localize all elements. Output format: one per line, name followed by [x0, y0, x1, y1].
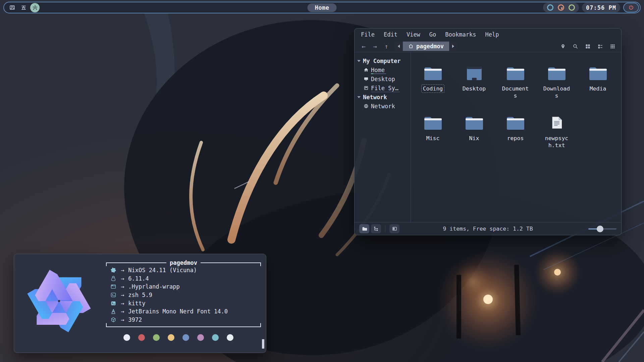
statusbar-separator: [385, 225, 385, 233]
sidebar-item-home[interactable]: Home: [355, 65, 411, 74]
breadcrumb-scroll-right[interactable]: [449, 42, 457, 51]
shell-icon: [110, 292, 116, 298]
search-icon: [573, 44, 578, 49]
compact-view-button[interactable]: [608, 42, 616, 50]
sidebar-item-file-system[interactable]: File Sy…: [355, 83, 411, 93]
fetch-row-terminal: → kitty: [109, 299, 260, 307]
collapse-arrow-icon: [357, 60, 361, 62]
file-label: Downloads: [541, 85, 573, 100]
home-icon: [364, 67, 369, 72]
file-label: Nix: [468, 134, 481, 142]
file-item-newpsych-txt[interactable]: newpsych.txt: [536, 108, 577, 158]
side-pane-toggle-button[interactable]: [389, 224, 399, 233]
statusbar: 9 items, Free space: 1.2 TB: [355, 222, 621, 235]
search-button[interactable]: [571, 42, 579, 50]
folder-icon: [547, 65, 567, 81]
workspace-4-button[interactable]: [7, 3, 17, 12]
breadcrumb-label: pagedmov: [416, 43, 444, 50]
file-label: Desktop: [461, 85, 487, 93]
compact-view-icon: [610, 44, 615, 49]
system-monitor-widget[interactable]: [543, 3, 579, 12]
tree-pane-button[interactable]: [371, 224, 381, 233]
window-manager-icon: [110, 284, 116, 290]
collapse-arrow-icon: [357, 96, 361, 98]
file-item-misc[interactable]: Misc: [412, 108, 453, 158]
workspace-6-button-active[interactable]: [30, 3, 40, 12]
fetch-row-wm: → .Hyprland-wrapp: [109, 283, 260, 291]
palette-dot: [227, 334, 233, 341]
fetch-title: pagedmov: [170, 259, 197, 266]
palette-dot: [123, 334, 130, 341]
folder-icon: [588, 65, 608, 81]
file-item-documents[interactable]: Documents: [495, 58, 536, 108]
file-item-repos[interactable]: repos: [495, 108, 536, 158]
fetch-row-os: → NixOS 24.11 (Vicuna): [109, 266, 260, 275]
palette-dot: [138, 334, 145, 341]
palette-dot: [168, 334, 174, 341]
location-pin-icon: [560, 44, 566, 49]
toolbar-right-icons: [559, 42, 618, 50]
file-item-coding[interactable]: Coding: [412, 58, 453, 108]
forward-button[interactable]: →: [369, 43, 381, 50]
grid-view-icon: [585, 44, 591, 49]
zoom-slider[interactable]: [588, 228, 616, 230]
file-item-downloads[interactable]: Downloads: [536, 58, 577, 108]
terminal-color-palette: [123, 334, 233, 341]
location-pin-button[interactable]: [559, 42, 567, 50]
status-summary: 9 items, Free space: 1.2 TB: [443, 226, 533, 232]
cjk-six-glyph: [32, 5, 38, 10]
folder-icon: [506, 65, 525, 81]
menu-help[interactable]: Help: [483, 31, 501, 39]
folder-icon: [506, 115, 525, 131]
cjk-four-glyph: [9, 5, 15, 10]
sidebar-section-network[interactable]: Network: [355, 93, 411, 102]
linux-kernel-icon: [110, 276, 116, 282]
fetch-row-shell: → zsh 5.9: [109, 291, 260, 299]
zoom-slider-knob[interactable]: [597, 226, 603, 232]
workspace-5-button[interactable]: [19, 3, 28, 12]
menu-bookmarks[interactable]: Bookmarks: [443, 31, 478, 39]
palette-dot: [212, 334, 219, 341]
folder-icon: [465, 115, 484, 131]
file-label: repos: [506, 134, 525, 142]
breadcrumb-scroll-left[interactable]: [395, 42, 403, 51]
breadcrumb: pagedmov: [395, 42, 457, 51]
places-pane-button[interactable]: [359, 224, 369, 233]
palette-dot: [153, 334, 160, 341]
desktop-icon: [364, 76, 369, 81]
list-view-icon: [597, 44, 603, 49]
file-manager-window: File Edit View Go Bookmarks Help ← → ↑ p…: [354, 28, 622, 235]
icon-view-button[interactable]: [584, 42, 592, 50]
up-button[interactable]: ↑: [381, 43, 392, 50]
nixos-logo: [23, 265, 95, 337]
monitor-ring-1-icon: [547, 4, 553, 11]
sidebar-section-my-computer[interactable]: My Computer: [355, 56, 411, 65]
workspace-switcher: [4, 3, 40, 12]
menu-edit[interactable]: Edit: [381, 31, 400, 39]
back-button[interactable]: ←: [358, 43, 369, 50]
file-item-nix[interactable]: Nix: [453, 108, 495, 158]
list-view-button[interactable]: [596, 42, 604, 50]
text-file-icon: [549, 115, 565, 131]
file-label: Misc: [425, 134, 441, 142]
menu-file[interactable]: File: [359, 31, 377, 39]
menu-view[interactable]: View: [404, 31, 423, 39]
terminal-window[interactable]: pagedmov → NixOS 24.11 (Vicuna): [14, 254, 266, 353]
breadcrumb-segment-home[interactable]: pagedmov: [403, 42, 449, 51]
menu-go[interactable]: Go: [427, 31, 438, 39]
palette-dot: [197, 334, 204, 341]
bar-right-modules: 07:56 PM: [543, 3, 640, 12]
tree-view-icon: [373, 226, 379, 232]
sidebar-item-network[interactable]: Network: [355, 102, 411, 111]
power-icon: [628, 4, 634, 11]
clock-widget[interactable]: 07:56 PM: [582, 3, 620, 12]
file-item-desktop[interactable]: Desktop: [453, 58, 495, 108]
palette-dot: [182, 334, 189, 341]
clock-text: 07:56 PM: [586, 4, 616, 11]
toolbar: ← → ↑ pagedmov: [355, 41, 621, 52]
sidebar-item-desktop[interactable]: Desktop: [355, 74, 411, 83]
power-button[interactable]: [623, 3, 639, 12]
home-icon: [408, 44, 414, 49]
packages-icon: [110, 317, 116, 323]
file-item-media[interactable]: Media: [577, 58, 619, 108]
